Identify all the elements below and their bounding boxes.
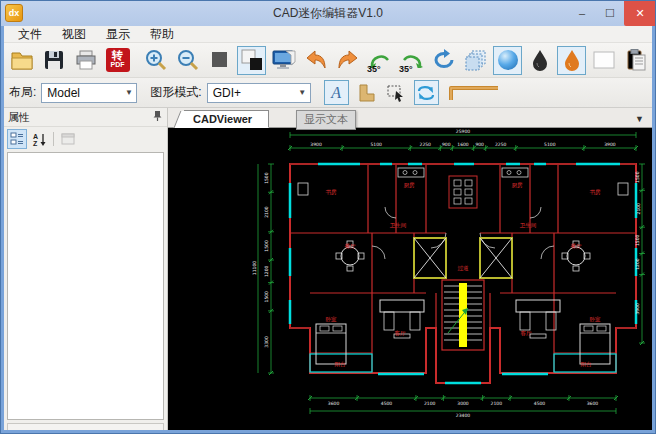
svg-text:2100: 2100 [491, 401, 503, 406]
fill-style-button[interactable] [354, 80, 379, 105]
convert-pdf-button[interactable]: 转PDF [103, 46, 132, 75]
ink-orange-button[interactable] [557, 46, 586, 75]
line-style-button[interactable] [444, 80, 504, 105]
svg-text:2250: 2250 [420, 142, 432, 147]
svg-text:2100: 2100 [424, 401, 436, 406]
tab-list-dropdown-icon[interactable]: ▼ [635, 114, 644, 124]
svg-text:23400: 23400 [456, 413, 470, 418]
print-button[interactable] [71, 46, 100, 75]
svg-text:Z: Z [33, 140, 38, 147]
graphics-mode-combo-value: GDI+ [213, 86, 241, 100]
combo-arrow-icon: ▼ [121, 88, 136, 97]
background-toggle-button[interactable] [237, 46, 266, 75]
svg-text:4500: 4500 [534, 401, 546, 406]
rotate-right-35-button[interactable]: 35° [397, 46, 426, 75]
cad-drawing-canvas[interactable]: 书房厨房卫生间餐厅卧室客厅阳台书房厨房卫生间餐厅卧室客厅阳台过道39005100… [168, 128, 652, 430]
zoom-out-button[interactable] [173, 46, 202, 75]
background-dark-button[interactable] [205, 46, 234, 75]
svg-text:过道: 过道 [458, 265, 470, 271]
blank-page-button[interactable] [589, 46, 618, 75]
svg-text:1500: 1500 [265, 172, 270, 184]
redo-button[interactable] [333, 46, 362, 75]
polyline-icon [444, 82, 502, 104]
divider [53, 132, 54, 146]
monitor-icon [271, 48, 297, 72]
property-pages-button [58, 129, 78, 149]
dark-square-icon [208, 48, 232, 72]
fit-screen-button[interactable] [269, 46, 298, 75]
tab-cadviewer[interactable]: CADViewer [184, 110, 269, 128]
undo-button[interactable] [301, 46, 330, 75]
tooltip-text: 显示文本 [304, 113, 348, 125]
render-sphere-button[interactable] [493, 46, 522, 75]
selection-box-icon [386, 83, 406, 103]
pin-icon[interactable] [152, 110, 163, 124]
svg-text:厨房: 厨房 [404, 182, 416, 188]
svg-text:1500: 1500 [636, 234, 641, 246]
svg-text:客厅: 客厅 [395, 330, 407, 337]
svg-text:900: 900 [475, 142, 484, 147]
menu-view[interactable]: 视图 [53, 25, 95, 44]
tan-corner-icon [356, 83, 376, 103]
svg-text:25900: 25900 [456, 129, 470, 134]
svg-text:3900: 3900 [604, 142, 616, 147]
paste-button[interactable] [621, 46, 650, 75]
zoom-in-button[interactable] [141, 46, 170, 75]
properties-toolbar: A Z [4, 127, 167, 151]
black-droplet-icon [529, 48, 551, 72]
svg-text:书房: 书房 [590, 189, 602, 195]
letter-a-icon: A [331, 84, 341, 102]
svg-text:3900: 3900 [310, 142, 322, 147]
sort-alphabetical-button[interactable]: A Z [29, 129, 49, 149]
show-text-button[interactable]: A [324, 80, 349, 105]
properties-list[interactable] [7, 152, 164, 420]
svg-text:3000: 3000 [457, 401, 469, 406]
menu-help[interactable]: 帮助 [141, 25, 183, 44]
property-page-icon [61, 133, 75, 145]
layers-icon [464, 48, 488, 72]
properties-panel-header: 属性 [4, 108, 167, 127]
graphics-mode-combo[interactable]: GDI+ ▼ [207, 83, 311, 103]
layers-button[interactable] [461, 46, 490, 75]
description-box [7, 423, 164, 430]
svg-text:11100: 11100 [252, 261, 257, 275]
menu-file[interactable]: 文件 [9, 25, 51, 44]
svg-text:4500: 4500 [381, 401, 393, 406]
svg-text:1500: 1500 [636, 171, 641, 183]
titlebar: dx CAD迷你编辑器V1.0 – ☐ ✕ [0, 0, 656, 26]
svg-text:1200: 1200 [636, 258, 641, 270]
combo-arrow-icon: ▼ [295, 88, 310, 97]
bw-squares-icon [239, 47, 265, 73]
svg-text:3600: 3600 [328, 401, 340, 406]
categorized-icon [10, 132, 24, 146]
tabbar: CADViewer ▼ [168, 108, 652, 128]
open-button[interactable] [7, 46, 36, 75]
menu-display[interactable]: 显示 [97, 25, 139, 44]
layout-combo[interactable]: Model ▼ [41, 83, 137, 103]
close-button[interactable]: ✕ [624, 0, 656, 26]
swap-arrows-icon [416, 85, 436, 101]
window-border [0, 430, 656, 434]
window-border [0, 26, 4, 434]
select-tool-button[interactable] [384, 80, 409, 105]
rotate-free-button[interactable] [429, 46, 458, 75]
rotate-left-35-button[interactable]: 35° [365, 46, 394, 75]
maximize-button[interactable]: ☐ [596, 0, 624, 26]
svg-text:3300: 3300 [265, 336, 270, 348]
clipboard-icon [624, 48, 648, 72]
window-title: CAD迷你编辑器V1.0 [0, 5, 656, 22]
categorized-button[interactable] [7, 129, 27, 149]
blue-sphere-icon [496, 48, 520, 72]
svg-text:A: A [33, 133, 38, 140]
svg-text:3900: 3900 [636, 303, 641, 315]
svg-text:1200: 1200 [265, 265, 270, 277]
white-page-icon [592, 48, 616, 72]
save-button[interactable] [39, 46, 68, 75]
svg-text:书房: 书房 [326, 189, 338, 195]
layout-label: 布局: [9, 84, 36, 101]
minimize-button[interactable]: – [568, 0, 596, 26]
ink-black-button[interactable] [525, 46, 554, 75]
svg-text:3600: 3600 [587, 401, 599, 406]
swap-colors-button[interactable] [414, 80, 439, 105]
svg-text:2100: 2100 [636, 203, 641, 215]
